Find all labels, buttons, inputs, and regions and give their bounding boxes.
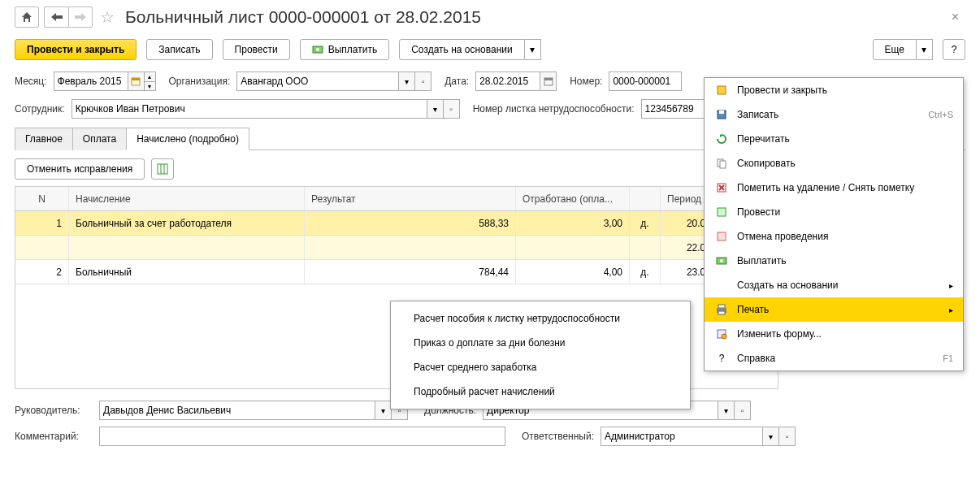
head-dropdown[interactable]: ▾ — [375, 401, 392, 420]
table-row[interactable]: 2Больничный784,444,00д.23.02.2015 — [15, 260, 778, 284]
more-dropdown[interactable]: ▾ — [917, 39, 933, 60]
month-down[interactable]: ▼ — [145, 81, 156, 91]
number-label: Номер: — [570, 76, 602, 87]
close-button[interactable]: × — [945, 6, 965, 28]
menu-item[interactable]: Печать — [705, 297, 963, 322]
head-label: Руководитель: — [15, 405, 93, 416]
month-label: Месяц: — [15, 76, 47, 87]
position-dropdown[interactable]: ▾ — [718, 401, 735, 420]
position-open[interactable]: ▫ — [735, 401, 751, 420]
svg-rect-21 — [718, 305, 725, 308]
pay-button[interactable]: Выплатить — [300, 39, 390, 60]
print-submenu: Расчет пособия к листку нетрудоспособнос… — [390, 301, 691, 410]
post-icon — [714, 83, 729, 98]
date-calendar-icon[interactable] — [540, 72, 557, 91]
copy-icon — [714, 156, 729, 171]
number-input[interactable] — [609, 72, 682, 91]
more-button[interactable]: Еще — [873, 39, 917, 60]
sicklist-num-input[interactable] — [641, 99, 713, 119]
org-label: Организация: — [169, 76, 231, 87]
col-result[interactable]: Результат — [305, 187, 516, 210]
submenu-item[interactable]: Расчет пособия к листку нетрудоспособнос… — [391, 306, 690, 331]
save-button[interactable]: Записать — [146, 39, 212, 60]
employee-dropdown[interactable]: ▾ — [427, 99, 444, 119]
responsible-open[interactable]: ▫ — [779, 427, 796, 446]
org-input[interactable] — [236, 72, 399, 91]
menu-item[interactable]: Выплатить — [705, 249, 963, 273]
forward-button[interactable] — [68, 6, 93, 28]
head-input[interactable] — [99, 401, 375, 420]
create-based-button[interactable]: Создать на основании — [399, 39, 525, 60]
table-settings-button[interactable] — [151, 158, 174, 180]
org-dropdown[interactable]: ▾ — [399, 72, 415, 91]
pay-icon — [714, 254, 729, 268]
col-worked[interactable]: Отработано (опла... — [516, 187, 630, 210]
main-toolbar: Провести и закрыть Записать Провести Вып… — [15, 39, 965, 60]
svg-point-20 — [720, 259, 723, 262]
tab-main[interactable]: Главное — [15, 128, 73, 150]
submenu-item[interactable]: Приказ о доплате за дни болезни — [391, 331, 690, 355]
reread-icon — [714, 132, 729, 146]
page-title: Больничный лист 0000-000001 от 28.02.201… — [125, 7, 481, 27]
responsible-label: Ответственный: — [522, 431, 594, 442]
col-n[interactable]: N — [15, 187, 69, 210]
col-unit — [630, 187, 661, 210]
comment-input[interactable] — [99, 427, 505, 446]
svg-rect-17 — [718, 208, 726, 216]
post2-icon — [714, 205, 729, 219]
responsible-dropdown[interactable]: ▾ — [763, 427, 779, 446]
back-button[interactable] — [44, 6, 68, 28]
svg-point-1 — [316, 48, 319, 51]
columns-icon — [157, 163, 168, 175]
menu-item[interactable]: Отмена проведения — [705, 224, 963, 249]
table-row[interactable]: 1Больничный за счет работодателя588,333,… — [15, 211, 778, 236]
menu-item[interactable]: ЗаписатьCtrl+S — [705, 102, 963, 127]
menu-item[interactable]: Создать на основании — [705, 273, 963, 297]
svg-rect-5 — [544, 78, 553, 80]
menu-item[interactable]: Скопировать — [705, 151, 963, 176]
unpost-icon — [714, 229, 729, 244]
svg-rect-11 — [719, 110, 724, 114]
blank-icon — [714, 278, 729, 292]
month-calendar-icon[interactable] — [128, 72, 145, 91]
favorite-star-icon[interactable]: ☆ — [98, 7, 117, 27]
post-button[interactable]: Провести — [223, 39, 290, 60]
employee-open[interactable]: ▫ — [444, 99, 460, 119]
tab-accrued[interactable]: Начислено (подробно) — [126, 128, 249, 150]
comment-label: Комментарий: — [15, 431, 93, 442]
svg-rect-13 — [720, 161, 726, 168]
col-name[interactable]: Начисление — [69, 187, 305, 210]
submenu-item[interactable]: Подробный расчет начислений — [391, 379, 690, 404]
menu-item[interactable]: Провести — [705, 200, 963, 224]
svg-point-25 — [722, 334, 726, 339]
responsible-input[interactable] — [601, 427, 763, 446]
menu-item[interactable]: Изменить форму... — [705, 322, 963, 346]
tab-pay[interactable]: Оплата — [72, 128, 127, 150]
submenu-item[interactable]: Расчет среднего заработка — [391, 355, 690, 379]
chevron-right-icon — [949, 304, 953, 315]
date-label: Дата: — [444, 76, 469, 87]
org-open[interactable]: ▫ — [415, 72, 431, 91]
money-icon — [312, 44, 323, 55]
post-and-close-button[interactable]: Провести и закрыть — [15, 39, 137, 60]
menu-item[interactable]: ?СправкаF1 — [705, 346, 963, 370]
help-icon: ? — [714, 351, 729, 366]
home-button[interactable] — [15, 6, 39, 28]
table-row[interactable]: 22.02.2015 — [15, 236, 778, 260]
menu-item[interactable]: Перечитать — [705, 127, 963, 151]
svg-rect-18 — [718, 232, 726, 240]
help-button[interactable]: ? — [943, 39, 965, 60]
menu-item[interactable]: Провести и закрыть — [705, 78, 963, 102]
create-based-dropdown[interactable]: ▾ — [525, 39, 541, 60]
del-icon — [714, 180, 729, 195]
date-input[interactable] — [475, 72, 540, 91]
more-menu: Провести и закрытьЗаписатьCtrl+SПеречита… — [704, 77, 964, 371]
month-up[interactable]: ▲ — [145, 72, 156, 81]
undo-corrections-button[interactable]: Отменить исправления — [15, 158, 145, 180]
svg-rect-9 — [718, 86, 726, 94]
employee-input[interactable] — [72, 99, 427, 119]
month-input[interactable] — [54, 72, 128, 91]
menu-item[interactable]: Пометить на удаление / Снять пометку — [705, 176, 963, 200]
svg-rect-3 — [132, 78, 140, 80]
titlebar: ☆ Больничный лист 0000-000001 от 28.02.2… — [15, 6, 965, 28]
